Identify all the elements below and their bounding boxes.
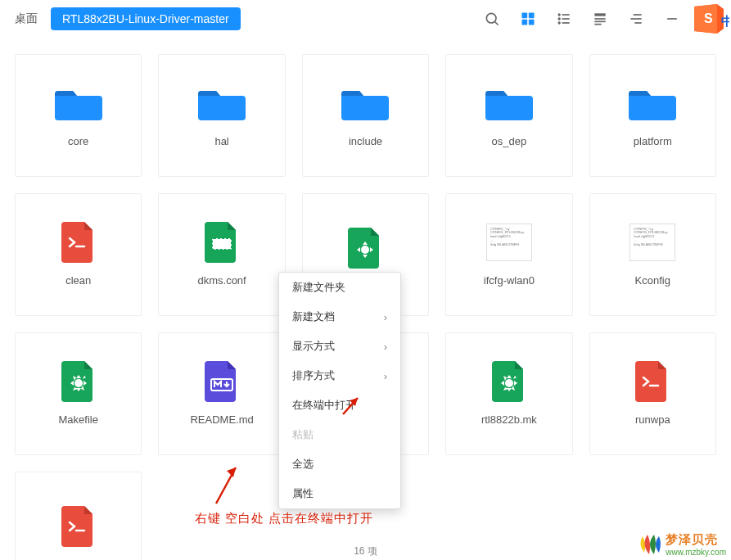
chevron-right-icon: › [384, 341, 387, 353]
file-label: Kconfig [635, 274, 670, 287]
folder-icon [198, 84, 246, 122]
svg-line-1 [495, 21, 499, 25]
file-item[interactable]: os_dep [445, 54, 572, 177]
file-item[interactable]: core [15, 54, 142, 177]
file-label: os_dep [492, 135, 527, 147]
view-list-icon[interactable] [549, 4, 579, 34]
svg-text:中: 中 [721, 14, 729, 28]
file-label: Makefile [58, 413, 97, 426]
chevron-right-icon: › [384, 311, 387, 323]
svg-point-8 [558, 18, 560, 20]
context-menu-item: 粘贴 [279, 420, 400, 449]
make-icon [55, 363, 102, 400]
view-detail-icon[interactable] [585, 4, 615, 34]
context-menu-item[interactable]: 显示方式› [279, 332, 400, 361]
chevron-right-icon: › [384, 370, 387, 382]
file-label: rtl8822b.mk [481, 413, 537, 426]
file-item[interactable]: README.md [158, 332, 285, 455]
conf-hidden-icon [341, 229, 389, 267]
view-icons-icon[interactable] [513, 4, 543, 34]
svg-point-25 [361, 246, 369, 254]
toolbar: 桌面 RTL88x2BU-Linux-Driver-master [0, 0, 731, 38]
context-menu-item[interactable]: 新建文档› [279, 302, 400, 332]
breadcrumb-root[interactable]: 桌面 [8, 8, 44, 29]
file-label: hal [214, 135, 228, 147]
svg-text:S: S [704, 11, 713, 25]
file-label: dkms.conf [197, 274, 246, 287]
file-item[interactable]: hal [158, 54, 285, 177]
shell-icon [55, 508, 102, 545]
context-menu-item[interactable]: 属性 [279, 479, 400, 508]
file-label: runwpa [635, 413, 670, 426]
context-menu: 新建文件夹新建文档›显示方式›排序方式›在终端中打开粘贴全选属性 [278, 272, 401, 509]
shell-icon [55, 224, 102, 261]
status-bar: 16 项 [0, 542, 731, 560]
file-item[interactable]: CONFIG_*=yCONFIG_RTL8822B=yload cfg80211… [445, 193, 572, 316]
folder-icon [55, 84, 102, 122]
make-icon [485, 363, 533, 400]
context-menu-item[interactable]: 全选 [279, 449, 400, 479]
file-label: clean [65, 274, 91, 287]
file-item[interactable]: Makefile [15, 332, 142, 455]
ime-badge[interactable]: S 中 [693, 4, 729, 35]
file-label: include [349, 135, 382, 147]
svg-rect-13 [594, 18, 605, 20]
file-label: core [68, 135, 88, 147]
svg-point-10 [558, 22, 560, 24]
conf-icon [198, 224, 246, 261]
file-label: README.md [190, 413, 253, 426]
file-item[interactable]: include [302, 54, 429, 177]
svg-point-29 [505, 379, 513, 387]
text-icon: CONFIG_*=yCONFIG_RTL8822B=yload cfg80211… [629, 224, 676, 261]
md-icon [198, 363, 246, 400]
svg-rect-3 [529, 12, 535, 18]
shell-icon [629, 363, 676, 400]
breadcrumb-current[interactable]: RTL88x2BU-Linux-Driver-master [51, 7, 241, 30]
svg-rect-4 [522, 19, 528, 25]
file-item[interactable]: rtl8822b.mk [445, 332, 572, 455]
svg-rect-15 [594, 23, 601, 25]
folder-icon [629, 84, 676, 122]
watermark: 梦泽贝壳 www.mzbky.com [638, 532, 726, 557]
file-label: platform [634, 135, 672, 147]
svg-point-26 [74, 379, 83, 387]
context-menu-item[interactable]: 排序方式› [279, 361, 400, 391]
svg-rect-12 [594, 13, 605, 16]
annotation-text: 右键 空白处 点击在终端中打开 [195, 511, 373, 526]
file-item[interactable]: dkms.conf [158, 193, 285, 316]
context-menu-item[interactable]: 新建文件夹 [279, 273, 400, 302]
folder-icon [485, 84, 533, 122]
svg-rect-2 [522, 12, 528, 18]
svg-rect-23 [212, 238, 232, 250]
svg-point-0 [486, 13, 496, 23]
svg-rect-14 [594, 20, 605, 22]
svg-point-6 [558, 14, 560, 16]
file-item[interactable]: runwpa [589, 332, 716, 455]
folder-icon [341, 84, 389, 122]
file-label: ifcfg-wlan0 [484, 274, 535, 287]
file-item[interactable]: clean [15, 193, 142, 316]
menu-icon[interactable] [621, 4, 651, 34]
file-item[interactable]: platform [589, 54, 716, 177]
context-menu-item[interactable]: 在终端中打开 [279, 391, 400, 420]
svg-rect-5 [529, 19, 535, 25]
minimize-icon[interactable] [657, 4, 687, 34]
file-item[interactable]: CONFIG_*=yCONFIG_RTL8822B=yload cfg80211… [589, 193, 716, 316]
text-icon: CONFIG_*=yCONFIG_RTL8822B=yload cfg80211… [485, 224, 533, 261]
search-icon[interactable] [477, 4, 507, 34]
